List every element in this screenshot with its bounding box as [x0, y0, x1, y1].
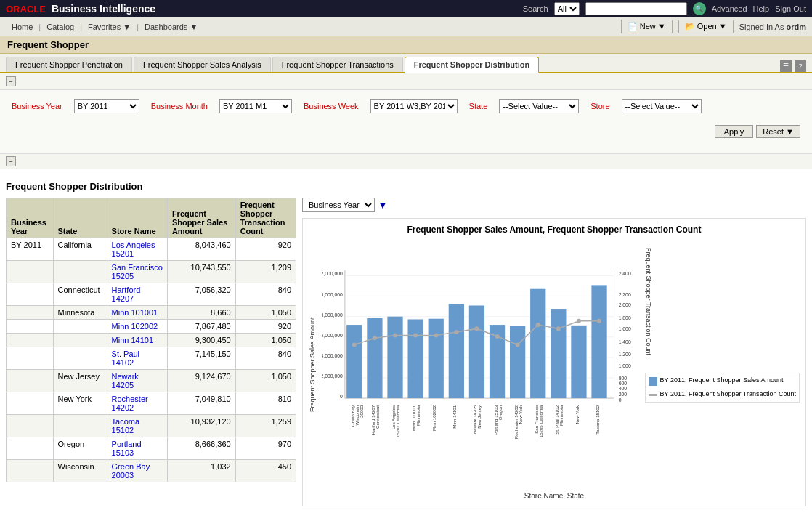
favorites-link[interactable]: Favorites ▼ [82, 23, 137, 31]
table-cell: 10,743,550 [167, 261, 235, 283]
store-link[interactable]: Green Bay 20003 [107, 460, 167, 482]
store-link[interactable]: Rochester 14202 [107, 392, 167, 415]
store-link[interactable]: Portland 15103 [107, 437, 167, 460]
table-cell: California [53, 238, 107, 261]
bar-2[interactable] [367, 318, 382, 398]
line-dot-10 [536, 323, 540, 327]
oracle-logo: ORACLE [6, 4, 46, 15]
chart-year-select[interactable]: Business Year [302, 198, 375, 212]
svg-text:0: 0 [619, 397, 622, 403]
tab-settings-icon[interactable]: ☰ [780, 60, 792, 72]
line-dot-2 [373, 336, 377, 340]
table-cell: 1,209 [235, 261, 296, 283]
svg-text:20003: 20003 [360, 405, 364, 417]
tab-sales-analysis[interactable]: Frequent Shopper Sales Analysis [134, 57, 271, 72]
svg-text:1,400: 1,400 [619, 339, 631, 344]
store-link[interactable]: St. Paul 14102 [107, 347, 167, 370]
dashboards-link[interactable]: Dashboards ▼ [139, 23, 203, 31]
business-year-select[interactable]: BY 2011 [74, 99, 139, 113]
table-cell: 920 [235, 238, 296, 261]
store-link[interactable]: Newark 14205 [107, 370, 167, 392]
store-link[interactable]: Minn 102002 [107, 320, 167, 334]
svg-text:Green Bay: Green Bay [351, 405, 355, 427]
bar-3[interactable] [387, 317, 402, 398]
apply-button[interactable]: Apply [715, 125, 754, 138]
line-dot-3 [393, 333, 397, 337]
table-cell: 7,867,480 [167, 320, 235, 334]
main-content: Business Year State Store Name Frequent … [6, 198, 806, 506]
svg-text:8,000,000: 8,000,000 [322, 312, 343, 318]
svg-text:15201 California: 15201 California [396, 405, 400, 437]
bar-1[interactable] [346, 325, 362, 398]
store-link[interactable]: Los Angeles 15201 [107, 238, 167, 261]
bar-10[interactable] [530, 289, 545, 398]
svg-text:12,000,000: 12,000,000 [322, 271, 343, 276]
table-cell: 1,259 [235, 415, 296, 437]
table-cell: BY 2011 [7, 238, 54, 261]
table-cell [7, 415, 54, 437]
table-cell: 840 [235, 347, 296, 370]
tab-actions: ☰ ? [780, 60, 806, 72]
reset-button[interactable]: Reset ▼ [756, 125, 800, 138]
sign-out-link[interactable]: Sign Out [775, 4, 806, 13]
tab-help-icon[interactable]: ? [795, 60, 806, 72]
store-link[interactable]: San Francisco 15205 [107, 261, 167, 283]
sec-nav-right: 📄 New ▼ 📂 Open ▼ Signed In As ordm [621, 20, 806, 33]
svg-text:Los Angeles: Los Angeles [391, 405, 396, 429]
store-select[interactable]: --Select Value-- [622, 99, 702, 113]
chart-dropdown: Business Year ▼ [302, 198, 806, 212]
svg-text:Minn 102002: Minn 102002 [432, 405, 437, 431]
store-link[interactable]: Tacoma 15102 [107, 415, 167, 437]
chart-container: Frequent Shopper Sales Amount, Frequent … [302, 218, 806, 506]
line-dot-8 [495, 334, 499, 339]
open-button[interactable]: 📂 Open ▼ [678, 20, 734, 33]
store-link[interactable]: Hartford 14207 [107, 283, 167, 306]
bar-5[interactable] [429, 319, 444, 398]
content-collapse-button[interactable]: − [6, 156, 16, 166]
table-cell [53, 261, 107, 283]
bar-4[interactable] [407, 319, 423, 398]
bar-12[interactable] [571, 326, 586, 398]
line-dot-6 [454, 330, 458, 334]
bar-9[interactable] [510, 326, 525, 398]
tab-transactions[interactable]: Frequent Shopper Transactions [272, 57, 403, 72]
search-button[interactable]: 🔍 [693, 2, 706, 15]
business-month-select[interactable]: BY 2011 M1 [219, 99, 292, 113]
col-header-state: State [53, 198, 107, 238]
table-cell [7, 460, 54, 482]
table-cell: Oregon [53, 437, 107, 460]
filter-actions: Apply Reset ▼ [715, 125, 800, 138]
svg-text:200: 200 [619, 392, 628, 397]
x-axis-label: Store Name, State [309, 492, 800, 500]
svg-text:4,000,000: 4,000,000 [322, 353, 343, 358]
data-table: Business Year State Store Name Frequent … [6, 198, 296, 482]
filter-collapse-button[interactable]: − [6, 76, 16, 86]
table-cell: New York [53, 392, 107, 415]
table-cell [53, 347, 107, 370]
new-button[interactable]: 📄 New ▼ [621, 20, 673, 33]
tab-penetration[interactable]: Frequent Shopper Penetration [6, 57, 132, 72]
svg-text:Minnesota: Minnesota [559, 405, 564, 426]
table-cell [7, 370, 54, 392]
search-input[interactable] [585, 2, 687, 15]
advanced-link[interactable]: Advanced [712, 4, 747, 13]
bar-7[interactable] [469, 305, 484, 398]
chart-dropdown-icon[interactable]: ▼ [378, 199, 388, 211]
bar-6[interactable] [449, 304, 464, 398]
catalog-link[interactable]: Catalog [41, 23, 80, 31]
legend-color-1 [649, 377, 657, 386]
business-week-select[interactable]: BY 2011 W3;BY 2011 [370, 99, 458, 113]
svg-text:1,800: 1,800 [619, 315, 631, 320]
search-scope-select[interactable]: All [554, 2, 580, 15]
help-link[interactable]: Help [753, 4, 770, 13]
state-label: State [469, 102, 488, 110]
tab-distribution[interactable]: Frequent Shopper Distribution [405, 57, 540, 73]
bar-11[interactable] [551, 309, 566, 398]
state-select[interactable]: --Select Value-- [499, 99, 579, 113]
store-link[interactable]: Minn 101001 [107, 306, 167, 320]
home-link[interactable]: Home [6, 23, 38, 31]
bar-13[interactable] [591, 285, 606, 398]
table-cell [7, 306, 54, 320]
store-link[interactable]: Minn 14101 [107, 334, 167, 347]
svg-text:St. Paul 14102: St. Paul 14102 [555, 405, 559, 434]
